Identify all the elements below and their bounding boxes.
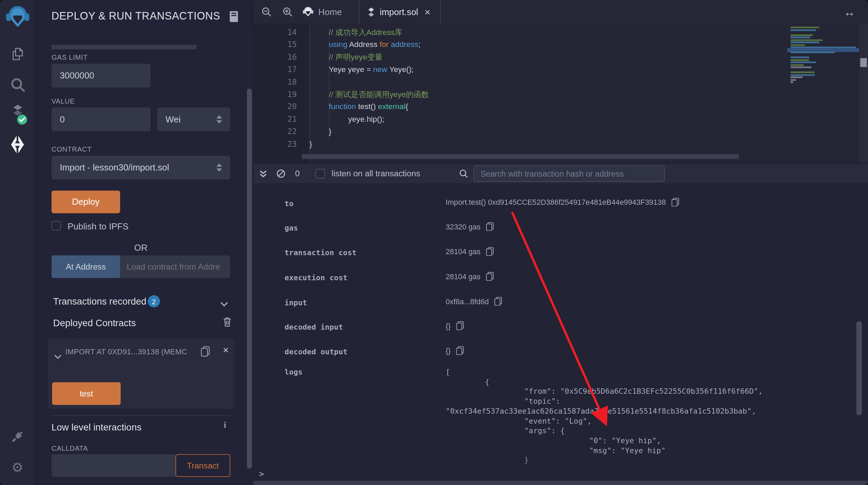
- remix-logo: [5, 5, 30, 29]
- terminal-row-label: decoded output: [285, 347, 348, 356]
- terminal-row-value: {}: [446, 321, 464, 330]
- listen-all-checkbox[interactable]: [315, 169, 325, 178]
- copy-icon[interactable]: [486, 247, 494, 256]
- listen-all-label: listen on all transactions: [331, 168, 420, 178]
- contract-label: CONTRACT: [51, 146, 92, 154]
- transact-button[interactable]: Transact: [176, 454, 230, 477]
- copy-icon[interactable]: [486, 272, 494, 281]
- remix-ide-window: ⚙ DEPLOY & RUN TRANSACTIONS GAS LIMIT VA…: [0, 0, 868, 485]
- tab-import-sol[interactable]: import.sol ✕: [359, 0, 440, 24]
- or-label: OR: [51, 243, 230, 253]
- value-label: VALUE: [51, 97, 75, 105]
- log-line: "topic":: [524, 397, 560, 405]
- copy-icon[interactable]: [456, 346, 464, 355]
- gas-limit-input[interactable]: [51, 64, 150, 87]
- file-explorer-icon[interactable]: [0, 41, 35, 66]
- search-icon[interactable]: [0, 72, 35, 97]
- remix-logo-icon[interactable]: [0, 4, 35, 30]
- icon-sidebar: ⚙: [0, 0, 35, 485]
- publish-ipfs-checkbox[interactable]: [51, 221, 61, 230]
- copy-address-icon[interactable]: [201, 346, 210, 359]
- tab-home[interactable]: Home: [302, 0, 358, 24]
- plugin-manager-icon[interactable]: [0, 424, 35, 449]
- copy-icon[interactable]: [494, 297, 502, 306]
- code-line: function test() external{: [329, 100, 408, 113]
- line-number: 22: [254, 125, 297, 138]
- terminal-row-value: 0xf8a...8fd6d: [446, 297, 502, 306]
- remix-home-icon: [302, 7, 314, 17]
- code-line: yeye.hip();: [348, 113, 385, 125]
- deploy-run-icon[interactable]: [0, 132, 35, 157]
- value-input[interactable]: [51, 107, 150, 131]
- editor-vscrollbar[interactable]: [859, 24, 868, 163]
- zoom-in-icon[interactable]: [282, 7, 293, 19]
- code-line: }: [310, 138, 312, 150]
- chevron-down-icon[interactable]: [54, 352, 61, 362]
- panel-scrollbar[interactable]: [247, 88, 252, 469]
- solidity-compiler-icon[interactable]: [0, 101, 35, 129]
- copy-icon[interactable]: [486, 222, 494, 231]
- terminal-row-label: decoded input: [285, 322, 343, 331]
- at-address-input[interactable]: [120, 255, 230, 278]
- value-unit-text: Wei: [166, 114, 181, 124]
- log-line: "args": {: [524, 426, 565, 435]
- pending-tx-count: 0: [295, 168, 300, 178]
- terminal: 0 listen on all transactions toImport.te…: [254, 163, 868, 485]
- value-unit-select[interactable]: Wei: [157, 107, 230, 131]
- docs-icon[interactable]: [230, 11, 238, 24]
- editor-vscroll-thumb[interactable]: [860, 58, 867, 67]
- calldata-input[interactable]: [51, 454, 176, 477]
- line-number: 18: [254, 76, 297, 88]
- terminal-hscrollbar[interactable]: [254, 481, 868, 485]
- clear-console-icon[interactable]: [276, 169, 286, 181]
- tab-close-icon[interactable]: ✕: [424, 8, 431, 16]
- tab-separator: [440, 0, 441, 24]
- low-level-interactions-label: Low level interactions: [51, 422, 141, 433]
- line-number: 19: [254, 88, 297, 100]
- copy-icon[interactable]: [456, 321, 464, 330]
- tab-home-label: Home: [318, 7, 342, 17]
- transactions-count-badge: 2: [148, 295, 160, 308]
- gas-limit-label: GAS LIMIT: [51, 54, 88, 62]
- code-editor[interactable]: 14151617181920212223 // 成功导入Address库usin…: [254, 24, 868, 163]
- log-line: "0": "Yeye hip",: [589, 436, 661, 445]
- terminal-search-input[interactable]: [473, 166, 665, 182]
- test-function-button[interactable]: test: [52, 382, 121, 405]
- terminal-row-value: 32320 gas: [446, 222, 494, 231]
- terminal-toolbar: 0 listen on all transactions: [254, 163, 868, 184]
- collapse-terminal-icon[interactable]: [259, 170, 267, 180]
- terminal-prompt[interactable]: >: [259, 469, 264, 479]
- deployed-contract-card: IMPORT AT 0XD91...39138 (MEMC ✕ test: [48, 339, 235, 409]
- line-number: 17: [254, 63, 297, 75]
- editor-hscrollbar[interactable]: [302, 154, 739, 159]
- solidity-file-icon: [367, 7, 375, 17]
- terminal-vscroll-thumb[interactable]: [856, 321, 862, 416]
- zoom-out-icon[interactable]: [261, 7, 272, 19]
- terminal-row-label: input: [285, 298, 307, 307]
- line-number: 16: [254, 51, 297, 63]
- trash-icon[interactable]: [223, 317, 231, 329]
- settings-gear-icon[interactable]: ⚙: [0, 455, 35, 480]
- expand-horizontal-icon[interactable]: ↔: [844, 5, 855, 19]
- log-line: "event": "Log",: [524, 416, 592, 425]
- deploy-button[interactable]: Deploy: [51, 190, 120, 213]
- contract-select[interactable]: Import - lesson30/import.sol: [51, 156, 230, 179]
- code-line: }: [329, 125, 331, 138]
- info-icon[interactable]: i: [224, 420, 226, 430]
- copy-icon[interactable]: [671, 198, 679, 206]
- minimap-line: [791, 29, 816, 31]
- divider: [51, 415, 230, 416]
- editor-minimap[interactable]: [787, 24, 859, 163]
- deployed-contract-title: IMPORT AT 0XD91...39138 (MEMC: [65, 348, 198, 356]
- minimap-line: [791, 67, 811, 68]
- transactions-recorded-label: Transactions recorded: [53, 296, 146, 307]
- minimap-line: [791, 42, 819, 43]
- log-line: [: [446, 367, 450, 376]
- chevron-down-icon[interactable]: [220, 299, 228, 309]
- line-number: 20: [254, 100, 297, 113]
- at-address-button[interactable]: At Address: [51, 255, 120, 278]
- log-line: {: [485, 377, 490, 386]
- close-icon[interactable]: ✕: [222, 346, 229, 355]
- log-line: "from": "0x5C9eb5D6a6C2c1B3EFc52255C0b35…: [524, 387, 763, 396]
- minimap-line: [791, 76, 803, 78]
